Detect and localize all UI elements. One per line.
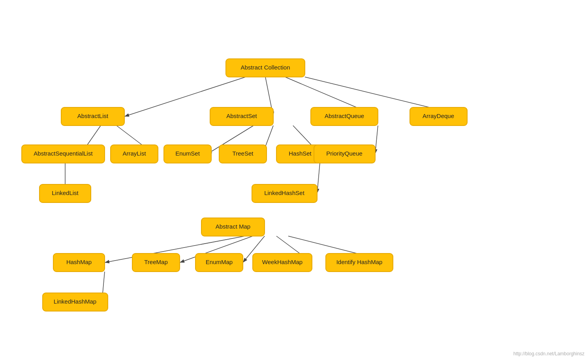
label-abstract-queue: AbstractQueue	[325, 113, 364, 119]
node-week-hash-map: WeekHashMap	[253, 253, 312, 272]
node-identify-hash-map: Identify HashMap	[326, 253, 393, 272]
node-hash-map: HashMap	[53, 253, 105, 272]
label-identify-hash-map: Identify HashMap	[336, 259, 383, 265]
label-array-deque: ArrayDeque	[423, 113, 454, 119]
label-tree-map: TreeMap	[144, 259, 167, 265]
label-abstract-collection: Abstract Collection	[240, 64, 290, 71]
watermark-text: http://blog.csdn.net/Lamborghinsz	[513, 351, 584, 356]
label-abstract-map: Abstract Map	[216, 223, 250, 230]
node-linked-hash-set: LinkedHashSet	[252, 184, 317, 203]
node-array-deque: ArrayDeque	[410, 107, 467, 126]
label-hash-set: HashSet	[289, 150, 312, 157]
diagram-container: Abstract Collection AbstractList Abstrac…	[0, 0, 588, 364]
label-abstract-sequential-list: AbstractSequentialList	[34, 150, 93, 157]
node-abstract-set: AbstractSet	[210, 107, 273, 126]
node-linked-list: LinkedList	[39, 184, 91, 203]
node-enum-set: EnumSet	[164, 145, 211, 163]
node-abstract-list: AbstractList	[61, 107, 124, 126]
node-abstract-collection: Abstract Collection	[226, 59, 305, 77]
node-enum-map: EnumMap	[195, 253, 243, 272]
node-array-list: ArrayList	[111, 145, 158, 163]
label-tree-set: TreeSet	[233, 150, 254, 157]
node-abstract-sequential-list: AbstractSequentialList	[22, 145, 105, 163]
node-abstract-queue: AbstractQueue	[311, 107, 378, 126]
node-tree-map: TreeMap	[132, 253, 180, 272]
label-linked-hash-map: LinkedHashMap	[54, 298, 96, 305]
arrow-hs-lhs	[317, 163, 320, 193]
label-array-list: ArrayList	[122, 150, 146, 157]
label-enum-set: EnumSet	[175, 150, 200, 157]
label-linked-hash-set: LinkedHashSet	[264, 190, 305, 196]
label-abstract-set: AbstractSet	[226, 113, 257, 119]
label-enum-map: EnumMap	[206, 259, 233, 265]
label-linked-list: LinkedList	[52, 190, 79, 196]
node-tree-set: TreeSet	[219, 145, 267, 163]
label-priority-queue: PriorityQueue	[326, 150, 363, 157]
node-abstract-map: Abstract Map	[201, 218, 265, 236]
label-hash-map: HashMap	[66, 259, 92, 265]
diagram-svg: Abstract Collection AbstractList Abstrac…	[0, 0, 588, 364]
arrow-aq-pq	[375, 126, 378, 154]
node-priority-queue: PriorityQueue	[314, 145, 375, 163]
label-week-hash-map: WeekHashMap	[262, 259, 302, 265]
node-linked-hash-map: LinkedHashMap	[43, 293, 108, 311]
label-abstract-list: AbstractList	[77, 113, 109, 119]
